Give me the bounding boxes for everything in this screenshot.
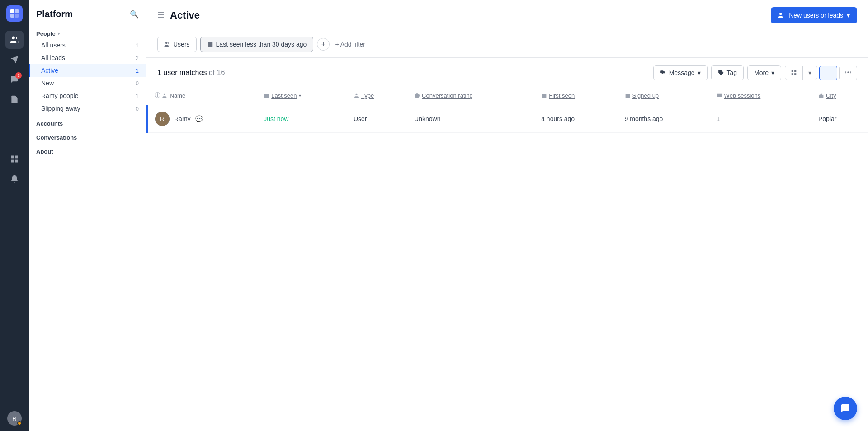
svg-rect-17 [15,156,18,159]
calendar-col-icon [264,93,269,98]
nav-notifications-icon[interactable] [5,170,24,188]
nav-messages-icon[interactable] [5,51,24,69]
th-name[interactable]: ⓘ Name [147,86,257,105]
svg-rect-19 [11,160,14,163]
sidebar-item-count: 1 [136,93,139,99]
list-view-toggle[interactable] [819,66,837,80]
th-signed-up[interactable]: Signed up [618,86,709,105]
th-first-seen[interactable]: First seen [534,86,617,105]
new-users-label: New users or leads [789,12,843,19]
svg-point-23 [165,42,168,44]
users-table: ⓘ Name Last seen ▾ [146,86,868,133]
smiley-icon [414,93,420,98]
nav-apps-icon[interactable] [5,150,24,168]
sidebar-item-count: 1 [136,67,139,74]
td-city: Poplar [811,105,868,133]
svg-point-45 [355,93,357,95]
last-seen-filter-button[interactable]: Last seen less than 30 days ago [200,37,314,52]
sidebar-item-active[interactable]: Active 1 [29,64,146,77]
td-name: R Ramy 💬 [147,105,257,133]
svg-rect-53 [625,94,630,98]
td-type: User [346,105,407,133]
nav-contacts-icon[interactable] [5,31,24,49]
table-row[interactable]: R Ramy 💬 Just now User U [147,105,868,133]
last-seen-value: Just now [264,115,288,122]
web-sessions-value: 1 [717,115,720,122]
results-text: 1 user matches of 16 [157,69,225,77]
icon-rail: 1 [0,0,29,431]
results-bar: 1 user matches of 16 Message ▾ [146,58,868,86]
tag-label: Tag [727,69,737,76]
sidebar-item-all-leads[interactable]: All leads 2 [29,52,146,64]
message-icon [660,70,666,76]
chat-bubble-icon: 💬 [195,115,203,122]
chat-bubble-button[interactable] [834,397,857,420]
nav-notes-icon[interactable] [5,90,24,108]
card-view-dropdown[interactable]: ▾ [803,66,817,80]
sidebar: Platform 🔍 People ▾ All users 1 All lead… [29,0,146,431]
sidebar-search-icon[interactable]: 🔍 [130,10,139,19]
app-logo[interactable] [6,5,23,22]
topbar-left: ☰ Active [157,9,200,21]
svg-rect-29 [792,70,793,72]
nav-reports-icon[interactable] [5,130,24,148]
svg-rect-30 [794,70,796,72]
message-button[interactable]: Message ▾ [653,65,708,80]
th-city[interactable]: City [811,86,868,105]
th-last-seen[interactable]: Last seen ▾ [256,86,346,105]
add-filter-plus-button[interactable]: + [317,38,330,51]
td-signed-up: 9 months ago [618,105,709,133]
td-first-seen: 4 hours ago [534,105,617,133]
building-icon [818,93,824,98]
th-type[interactable]: Type [346,86,407,105]
add-filter-link[interactable]: + Add filter [335,41,365,48]
user-type-icon [354,93,359,98]
sidebar-item-ramy-people[interactable]: Ramy people 1 [29,89,146,102]
sidebar-item-new[interactable]: New 0 [29,77,146,89]
svg-rect-31 [794,73,796,75]
more-button[interactable]: More ▾ [747,65,781,80]
new-users-button[interactable]: New users or leads ▾ [771,7,857,23]
th-first-seen-label: First seen [549,92,575,99]
th-conversation-rating[interactable]: Conversation rating [407,86,534,105]
online-status-dot [17,421,22,426]
calendar-filter-icon [207,41,213,47]
sidebar-section-about[interactable]: About [29,143,146,157]
nav-inbox-icon[interactable]: 1 [5,70,24,89]
table-area: ⓘ Name Last seen ▾ [146,86,868,431]
users-filter-button[interactable]: Users [157,37,197,52]
sidebar-item-label: All users [41,42,66,49]
conversation-rating-value: Unknown [414,115,440,122]
th-conversation-rating-label: Conversation rating [422,92,473,99]
sidebar-item-all-users[interactable]: All users 1 [29,39,146,52]
chat-bubble-icon [840,403,851,414]
sidebar-section-conversations[interactable]: Conversations [29,129,146,143]
svg-point-39 [847,71,849,73]
results-actions: Message ▾ Tag More ▾ [653,65,781,80]
sidebar-section-accounts[interactable]: Accounts [29,115,146,129]
user-avatar[interactable]: R [7,411,22,426]
avatar-placeholder: R [155,112,170,126]
page-title: Active [170,9,200,21]
custom-view-toggle[interactable] [839,66,857,80]
type-value: User [354,115,367,122]
svg-rect-60 [819,94,824,98]
calendar-signup-icon [625,93,631,98]
menu-icon[interactable]: ☰ [157,10,165,20]
sidebar-item-label: Slipping away [41,105,80,112]
sidebar-item-slipping-away[interactable]: Slipping away 0 [29,102,146,115]
info-icon: ⓘ [155,91,160,99]
th-web-sessions[interactable]: Web sessions [709,86,811,105]
tag-button[interactable]: Tag [711,65,744,80]
users-filter-icon [164,41,170,47]
card-view-toggle[interactable] [785,66,803,80]
user-row-avatar: R [155,112,170,126]
inbox-badge: 1 [15,72,22,79]
sidebar-section-people[interactable]: People ▾ [29,27,146,39]
svg-rect-0 [10,9,14,13]
add-filter-label: + Add filter [335,41,365,48]
view-toggles: ▾ [785,66,857,80]
last-seen-filter-label: Last seen less than 30 days ago [216,41,307,48]
svg-point-40 [163,93,165,95]
nav-lists-icon[interactable] [5,110,24,128]
